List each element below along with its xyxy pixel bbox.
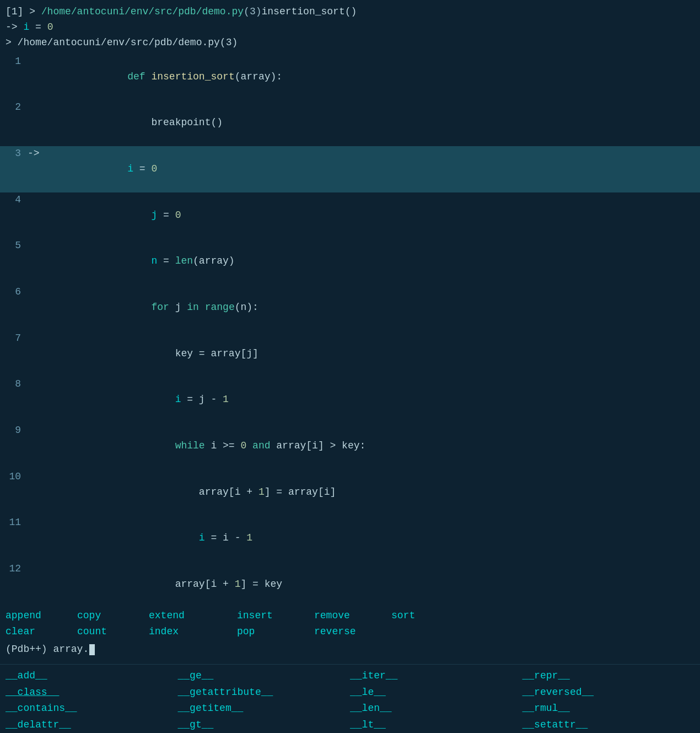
dunder-col-3-r2: __le__	[350, 684, 523, 701]
dunder-gt: __gt__	[178, 719, 214, 730]
code-content-3: i = 0	[44, 146, 694, 192]
dunder-col-1-r1: __add__	[6, 668, 178, 684]
arrow-8	[28, 377, 44, 392]
line-num-10: 10	[6, 469, 28, 485]
autocomplete-row-2: clear count index pop reverse	[0, 624, 700, 640]
dunder-col-1-r2: __class__	[6, 684, 178, 701]
ac-clear: clear	[6, 624, 77, 640]
arrow-5	[28, 238, 44, 254]
code-line-4: 4 j = 0	[0, 192, 700, 239]
dunder-le: __le__	[350, 687, 386, 698]
ac-copy: copy	[77, 608, 149, 624]
dunder-col-2-r1: __ge__	[178, 668, 351, 684]
dunder-delattr: __delattr__	[6, 719, 71, 730]
code-content-12: array[i + 1] = key	[44, 561, 694, 608]
dunder-class: __class__	[6, 687, 59, 698]
dunder-reversed: __reversed__	[523, 687, 594, 698]
arrow-10	[28, 469, 44, 485]
code-content-11: i = i - 1	[44, 515, 694, 561]
header-linenum: (3)	[244, 4, 261, 20]
ac-count: count	[77, 624, 149, 640]
dunder-col-4-r4: __setattr__	[523, 717, 695, 733]
dunder-col-4-r2: __reversed__	[523, 684, 695, 701]
line-num-12: 12	[6, 561, 28, 577]
header-line2: -> i = 0	[0, 20, 700, 35]
prompt-text-1: (Pdb++) array.	[6, 641, 89, 657]
code-line-9: 9 while i >= 0 and array[i] > key:	[0, 423, 700, 469]
autocomplete-row-1: append copy extend insert remove sort	[0, 608, 700, 624]
code-line-8: 8 i = j - 1	[0, 377, 700, 423]
code-content-9: while i >= 0 and array[i] > key:	[44, 423, 694, 469]
header-prompt-line3: > /home/antocuni/env/src/pdb/demo.py(3)	[6, 35, 238, 51]
dunder-iter: __iter__	[350, 670, 397, 681]
arrow-9	[28, 423, 44, 438]
dunder-col-1-r4: __delattr__	[6, 717, 178, 733]
line-num-8: 8	[6, 377, 28, 392]
code-line-5: 5 n = len(array)	[0, 238, 700, 285]
line-num-7: 7	[6, 331, 28, 346]
dunder-contains: __contains__	[6, 703, 77, 714]
arrow-3: ->	[28, 146, 44, 162]
dunder-repr: __repr__	[523, 670, 570, 681]
dunder-row-2: __class__ __getattribute__ __le__ __reve…	[0, 684, 700, 701]
ac-sort: sort	[391, 608, 463, 624]
code-line-1: 1 def insertion_sort(array):	[0, 54, 700, 100]
dunder-row-3: __contains__ __getitem__ __len__ __rmul_…	[0, 700, 700, 717]
arrow-11	[28, 515, 44, 531]
code-content-7: key = array[j]	[44, 331, 694, 377]
dunder-col-2-r2: __getattribute__	[178, 684, 351, 701]
code-content-1: def insertion_sort(array):	[44, 54, 694, 100]
code-content-2: breakpoint()	[44, 100, 694, 146]
dunder-col-2-r3: __getitem__	[178, 700, 351, 717]
line-num-4: 4	[6, 192, 28, 208]
header-line3: > /home/antocuni/env/src/pdb/demo.py(3)	[0, 35, 700, 51]
code-line-7: 7 key = array[j]	[0, 331, 700, 377]
dunder-col-3-r3: __len__	[350, 700, 523, 717]
dunder-setattr: __setattr__	[523, 719, 588, 730]
prompt-line-1[interactable]: (Pdb++) array.	[0, 640, 700, 659]
dunder-col-2-r4: __gt__	[178, 717, 351, 733]
code-content-10: array[i + 1] = array[i]	[44, 469, 694, 516]
code-content-6: for j in range(n):	[44, 285, 694, 331]
header-var-i: i	[23, 20, 29, 35]
line-num-6: 6	[6, 285, 28, 300]
code-line-12: 12 array[i + 1] = key	[0, 561, 700, 608]
arrow-7	[28, 331, 44, 346]
dunder-col-1-r3: __contains__	[6, 700, 178, 717]
code-content-4: j = 0	[44, 192, 694, 239]
dunder-add: __add__	[6, 670, 47, 681]
code-content-5: n = len(array)	[44, 238, 694, 285]
header-filepath: /home/antocuni/env/src/pdb/demo.py	[41, 4, 244, 20]
dunder-row-1: __add__ __ge__ __iter__ __repr__	[0, 668, 700, 684]
arrow-12	[28, 561, 44, 577]
dunder-col-3-r1: __iter__	[350, 668, 523, 684]
arrow-4	[28, 192, 44, 208]
terminal: [1] > /home/antocuni/env/src/pdb/demo.py…	[0, 0, 700, 733]
header-arrow-line: ->	[6, 20, 23, 35]
ac-index: index	[149, 624, 237, 640]
dunder-getattribute: __getattribute__	[178, 687, 273, 698]
line-num-5: 5	[6, 238, 28, 254]
code-line-6: 6 for j in range(n):	[0, 285, 700, 331]
code-line-10: 10 array[i + 1] = array[i]	[0, 469, 700, 516]
ac-reverse: reverse	[314, 624, 386, 640]
code-line-2: 2 breakpoint()	[0, 100, 700, 146]
line-num-2: 2	[6, 100, 28, 115]
dunder-col-3-r4: __lt__	[350, 717, 523, 733]
code-line-3: 3 -> i = 0	[0, 146, 700, 192]
dunder-col-4-r3: __rmul__	[523, 700, 695, 717]
line-num-11: 11	[6, 515, 28, 531]
header-funcname: insertion_sort()	[261, 4, 357, 20]
code-line-11: 11 i = i - 1	[0, 515, 700, 561]
cursor-1	[89, 644, 95, 655]
dunder-section: __add__ __ge__ __iter__ __repr__ __class…	[0, 664, 700, 733]
ac-pop: pop	[237, 624, 314, 640]
arrow-2	[28, 100, 44, 115]
dunder-rmul: __rmul__	[523, 703, 570, 714]
code-content-8: i = j - 1	[44, 377, 694, 423]
dunder-getitem: __getitem__	[178, 703, 244, 714]
arrow-1	[28, 54, 44, 69]
header-bracket: [1] >	[6, 4, 41, 20]
line-num-1: 1	[6, 54, 28, 69]
dunder-col-4-r1: __repr__	[523, 668, 695, 684]
